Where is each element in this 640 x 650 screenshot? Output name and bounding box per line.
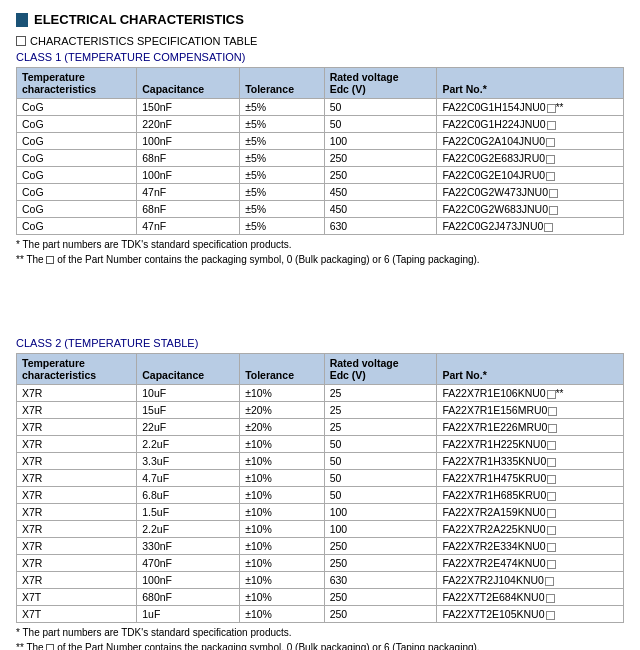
table-cell: 3.3uF [137, 453, 240, 470]
table-cell: 2.2uF [137, 436, 240, 453]
class2-col-tol: Tolerance [240, 354, 324, 385]
table-cell: ±5% [240, 116, 324, 133]
table-cell: 6.8uF [137, 487, 240, 504]
table-row: CoG100nF±5%250FA22C0G2E104JRU0 [17, 167, 624, 184]
table-cell: 22uF [137, 419, 240, 436]
table-cell: CoG [17, 184, 137, 201]
table-cell: CoG [17, 167, 137, 184]
table-cell: 47nF [137, 184, 240, 201]
table-cell: 250 [324, 606, 437, 623]
table-cell: 100 [324, 133, 437, 150]
class1-col-volt: Rated voltageEdc (V) [324, 68, 437, 99]
title-bar-icon [16, 13, 28, 27]
class2-thead: Temperaturecharacteristics Capacitance T… [17, 354, 624, 385]
table-cell: X7R [17, 572, 137, 589]
table-cell: ±10% [240, 436, 324, 453]
table-cell: ±10% [240, 470, 324, 487]
class1-col-part: Part No.* [437, 68, 624, 99]
table-cell: 10uF [137, 385, 240, 402]
table-cell: FA22X7R1E156MRU0 [437, 402, 624, 419]
table-cell: ±10% [240, 606, 324, 623]
class1-footnote2-end: of the Part Number contains the packagin… [57, 254, 479, 265]
table-cell: ±5% [240, 184, 324, 201]
table-cell: FA22X7R1H685KRU0 [437, 487, 624, 504]
table-cell: FA22X7R2A225KNU0 [437, 521, 624, 538]
table-cell: 630 [324, 218, 437, 235]
table-cell: ±10% [240, 453, 324, 470]
table-cell: CoG [17, 133, 137, 150]
subsection-title-text: CHARACTERISTICS SPECIFICATION TABLE [30, 35, 257, 47]
class1-col-cap: Capacitance [137, 68, 240, 99]
subsection-title: CHARACTERISTICS SPECIFICATION TABLE [16, 35, 624, 47]
class2-footnote2-end: of the Part Number contains the packagin… [57, 642, 479, 650]
table-cell: 2.2uF [137, 521, 240, 538]
table-cell: 250 [324, 538, 437, 555]
class2-header-row: Temperaturecharacteristics Capacitance T… [17, 354, 624, 385]
table-cell: ±10% [240, 589, 324, 606]
table-cell: ±10% [240, 555, 324, 572]
table-cell: 50 [324, 99, 437, 116]
table-cell: ±10% [240, 538, 324, 555]
table-row: X7T1uF±10%250FA22X7T2E105KNU0 [17, 606, 624, 623]
table-row: X7R470nF±10%250FA22X7R2E474KNU0 [17, 555, 624, 572]
class1-tbody: CoG150nF±5%50FA22C0G1H154JNU0**CoG220nF±… [17, 99, 624, 235]
table-cell: ±5% [240, 150, 324, 167]
table-cell: 100nF [137, 133, 240, 150]
table-row: X7T680nF±10%250FA22X7T2E684KNU0 [17, 589, 624, 606]
class2-col-volt: Rated voltageEdc (V) [324, 354, 437, 385]
table-cell: 100nF [137, 572, 240, 589]
table-cell: FA22C0G2A104JNU0 [437, 133, 624, 150]
table-cell: ±10% [240, 504, 324, 521]
table-cell: 450 [324, 184, 437, 201]
table-cell: X7R [17, 436, 137, 453]
class1-label: CLASS 1 (TEMPERATURE COMPENSATION) [16, 51, 624, 63]
table-cell: CoG [17, 99, 137, 116]
table-cell: 630 [324, 572, 437, 589]
table-cell: 68nF [137, 150, 240, 167]
table-cell: FA22C0G2E683JRU0 [437, 150, 624, 167]
table-cell: 1uF [137, 606, 240, 623]
table-cell: 15uF [137, 402, 240, 419]
table-row: CoG68nF±5%250FA22C0G2E683JRU0 [17, 150, 624, 167]
table-row: CoG220nF±5%50FA22C0G1H224JNU0 [17, 116, 624, 133]
class2-col-part: Part No.* [437, 354, 624, 385]
class2-footnote-square [46, 644, 54, 650]
table-cell: X7R [17, 504, 137, 521]
class1-footnote-square [46, 256, 54, 264]
table-cell: CoG [17, 116, 137, 133]
table-cell: FA22X7R1E106KNU0** [437, 385, 624, 402]
table-cell: FA22X7R2E334KNU0 [437, 538, 624, 555]
table-cell: 50 [324, 436, 437, 453]
table-cell: 50 [324, 116, 437, 133]
table-row: CoG47nF±5%450FA22C0G2W473JNU0 [17, 184, 624, 201]
table-cell: 150nF [137, 99, 240, 116]
class2-label: CLASS 2 (TEMPERATURE STABLE) [16, 337, 624, 349]
table-cell: 25 [324, 385, 437, 402]
table-cell: X7R [17, 419, 137, 436]
table-cell: 50 [324, 453, 437, 470]
table-cell: 4.7uF [137, 470, 240, 487]
table-cell: X7R [17, 555, 137, 572]
table-cell: ±5% [240, 201, 324, 218]
table-cell: ±20% [240, 419, 324, 436]
table-cell: X7R [17, 470, 137, 487]
table-cell: FA22X7R2E474KNU0 [437, 555, 624, 572]
section-title-text: ELECTRICAL CHARACTERISTICS [34, 12, 244, 27]
table-cell: 25 [324, 419, 437, 436]
table-cell: ±5% [240, 218, 324, 235]
table-cell: 68nF [137, 201, 240, 218]
table-row: X7R6.8uF±10%50FA22X7R1H685KRU0 [17, 487, 624, 504]
class1-footnote2: ** The of the Part Number contains the p… [16, 254, 624, 265]
table-cell: 450 [324, 201, 437, 218]
table-cell: X7R [17, 453, 137, 470]
table-cell: 50 [324, 470, 437, 487]
table-cell: X7R [17, 521, 137, 538]
table-cell: X7R [17, 402, 137, 419]
checkbox-icon [16, 36, 26, 46]
table-cell: X7R [17, 538, 137, 555]
table-row: X7R15uF±20%25FA22X7R1E156MRU0 [17, 402, 624, 419]
class2-col-temp: Temperaturecharacteristics [17, 354, 137, 385]
section-title: ELECTRICAL CHARACTERISTICS [16, 12, 624, 27]
table-cell: FA22X7R2A159KNU0 [437, 504, 624, 521]
table-cell: 100 [324, 504, 437, 521]
